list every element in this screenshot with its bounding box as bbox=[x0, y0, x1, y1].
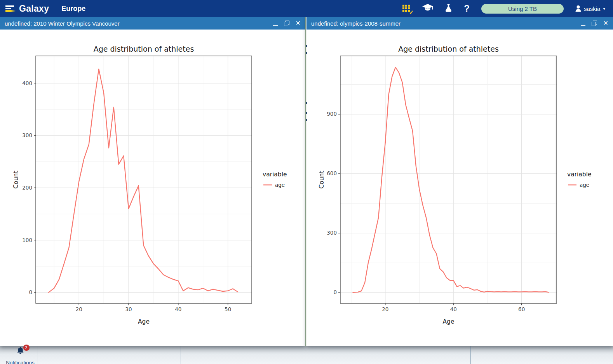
check-icon: ✓ bbox=[409, 9, 414, 16]
background-divider bbox=[470, 346, 471, 364]
interactive-tools-grid-icon[interactable]: ✓ bbox=[402, 5, 411, 13]
x-tick-label: 60 bbox=[518, 306, 525, 312]
close-button[interactable]: ✕ bbox=[296, 20, 301, 26]
age-distribution-chart-winter-2010: 203040500100200300400Age distribution of… bbox=[0, 30, 305, 346]
y-tick-label: 900 bbox=[327, 111, 337, 117]
training-cap-icon[interactable] bbox=[422, 4, 433, 13]
window-title: undefined: olympics-2008-summer bbox=[311, 20, 581, 27]
x-tick-label: 30 bbox=[125, 306, 132, 312]
legend-title: variable bbox=[567, 171, 592, 178]
y-tick-label: 100 bbox=[22, 237, 32, 243]
user-icon bbox=[575, 5, 581, 12]
legend-title: variable bbox=[263, 171, 287, 178]
notifications-label: Notifications bbox=[2, 360, 38, 364]
y-tick-label: 300 bbox=[22, 132, 32, 138]
x-axis-label: Age bbox=[138, 318, 150, 325]
flask-icon[interactable] bbox=[445, 3, 452, 14]
background-strip bbox=[0, 346, 613, 364]
window-olympics-2008-summer: undefined: olympics-2008-summer ✕ 204060… bbox=[306, 17, 613, 346]
close-button[interactable]: ✕ bbox=[603, 20, 608, 26]
window-titlebar[interactable]: undefined: 2010 Winter Olympics Vancouve… bbox=[0, 17, 305, 30]
legend-item-label: age bbox=[275, 182, 285, 188]
brand-galaxy[interactable]: Galaxy bbox=[19, 3, 49, 14]
x-tick-label: 20 bbox=[382, 306, 388, 312]
x-tick-label: 50 bbox=[225, 306, 231, 312]
desktop-background: undefined: 2010 Winter Olympics Vancouve… bbox=[0, 17, 613, 364]
chevron-down-icon: ▾ bbox=[603, 6, 605, 11]
x-tick-label: 20 bbox=[76, 306, 82, 312]
y-tick-label: 600 bbox=[327, 170, 337, 176]
background-gap-fragment bbox=[305, 17, 306, 346]
chart-title: Age distribution of athletes bbox=[398, 45, 499, 53]
plot-panel bbox=[340, 56, 557, 303]
y-axis-label: Count bbox=[12, 171, 19, 188]
restore-button[interactable] bbox=[592, 21, 597, 26]
background-divider bbox=[181, 346, 181, 364]
user-menu[interactable]: saskia ▾ bbox=[575, 5, 605, 12]
y-tick-label: 400 bbox=[22, 80, 32, 86]
user-name: saskia bbox=[584, 5, 601, 12]
window-content: 2040600300600900Age distribution of athl… bbox=[306, 30, 613, 346]
notification-count-badge: 2 bbox=[23, 345, 30, 351]
window-title: undefined: 2010 Winter Olympics Vancouve… bbox=[5, 20, 273, 27]
legend-item-label: age bbox=[580, 182, 589, 188]
y-tick-label: 300 bbox=[327, 230, 337, 236]
minimize-button[interactable] bbox=[273, 21, 278, 26]
chart-title: Age distribution of athletes bbox=[94, 45, 194, 53]
brand-europe: Europe bbox=[61, 5, 85, 13]
minimize-button[interactable] bbox=[581, 21, 585, 26]
galaxy-logo-icon[interactable] bbox=[5, 5, 16, 12]
x-tick-label: 40 bbox=[175, 306, 181, 312]
age-distribution-chart-summer-2008: 2040600300600900Age distribution of athl… bbox=[306, 30, 613, 346]
storage-usage-button[interactable]: Using 2 TB bbox=[481, 4, 564, 14]
masthead: Galaxy Europe ✓ ? Using 2 TB saskia bbox=[0, 0, 613, 17]
y-axis-label: Count bbox=[318, 171, 325, 188]
window-content: 203040500100200300400Age distribution of… bbox=[0, 30, 305, 346]
window-titlebar[interactable]: undefined: olympics-2008-summer ✕ bbox=[306, 17, 613, 30]
window-2010-winter-olympics: undefined: 2010 Winter Olympics Vancouve… bbox=[0, 17, 305, 346]
x-tick-label: 40 bbox=[450, 306, 457, 312]
restore-button[interactable] bbox=[284, 21, 289, 26]
notifications[interactable]: 2 Notifications bbox=[2, 347, 38, 364]
y-tick-label: 0 bbox=[29, 289, 32, 295]
y-tick-label: 0 bbox=[333, 289, 337, 295]
x-axis-label: Age bbox=[443, 318, 455, 325]
y-tick-label: 200 bbox=[22, 185, 32, 191]
help-icon[interactable]: ? bbox=[464, 4, 470, 13]
